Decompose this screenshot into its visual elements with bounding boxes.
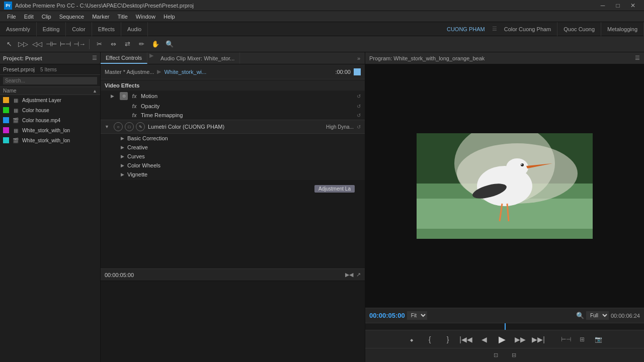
step-forward-button[interactable]: ▶▶ [513, 332, 527, 346]
menu-edit[interactable]: Edit [20, 13, 38, 21]
ec-effect-opacity[interactable]: fx Opacity ↺ [101, 102, 365, 111]
tab-audio-mixer[interactable]: Audio Clip Mixer: White_stor... [155, 52, 240, 64]
ec-curves[interactable]: ▶ Curves [101, 152, 365, 161]
go-to-in-button[interactable]: |◀◀ [459, 332, 473, 346]
pen-tool[interactable]: ✏ [135, 38, 147, 50]
slide-tool[interactable]: ⇄ [121, 38, 133, 50]
lumetri-square-icon[interactable]: □ [125, 122, 134, 131]
ws-color-cuong[interactable]: Color Cuong Pham [498, 22, 558, 36]
safe-margins-button[interactable]: ⊡ [489, 349, 502, 362]
vignette-label: Vignette [127, 171, 147, 177]
program-fit-select[interactable]: Fit [407, 311, 427, 320]
curves-label: Curves [127, 153, 145, 159]
lumetri-reset-icon[interactable]: ↺ [357, 124, 361, 130]
ec-color-wheels[interactable]: ▶ Color Wheels [101, 161, 365, 170]
ec-effect-timeremapping[interactable]: fx Time Remapping ↺ [101, 111, 365, 120]
ec-basic-correction[interactable]: ▶ Basic Correction [101, 134, 365, 143]
set-in-button[interactable]: { [423, 332, 437, 346]
proj-name-2: Color house [22, 108, 97, 113]
ws-assembly[interactable]: Assembly [0, 22, 37, 36]
titlebar: Pr Adobe Premiere Pro CC - C:\Users\APAE… [0, 0, 644, 11]
project-item-adjustment[interactable]: ▦ Adjustment Layer [0, 95, 100, 105]
project-item-colorhousemp4[interactable]: 🎬 Color house.mp4 [0, 115, 100, 125]
curves-expand[interactable]: ▶ [121, 154, 124, 159]
menu-file[interactable]: File [3, 13, 20, 21]
compare-button[interactable]: ⊟ [507, 349, 520, 362]
ws-user-menu-icon[interactable]: ☰ [491, 26, 498, 32]
menu-clip[interactable]: Clip [38, 13, 55, 21]
ws-quoc[interactable]: Quoc Cuong [557, 22, 601, 36]
ec-effect-motion[interactable]: ▶ ⚙ fx Motion ↺ [101, 90, 365, 102]
expand-motion-icon[interactable]: ▶ [111, 94, 117, 99]
color-wheels-expand[interactable]: ▶ [121, 163, 124, 168]
ec-opacity-reset-icon[interactable]: ↺ [357, 104, 361, 109]
ws-user-cuong[interactable]: CUONG PHAM [441, 26, 491, 32]
set-out-button[interactable]: } [441, 332, 455, 346]
project-item-stork1[interactable]: ▦ White_stork_with_lon [0, 125, 100, 135]
ws-color[interactable]: Color [66, 22, 92, 36]
ec-bottom-timecode: 00:00:05:00 [105, 272, 134, 278]
razor-tool[interactable]: ✂ [93, 38, 105, 50]
sort-icon[interactable]: ▲ [93, 88, 97, 94]
overwrite-button[interactable]: ⊞ [576, 333, 589, 346]
track-select-backward[interactable]: ◁◁ [31, 38, 43, 50]
lumetri-brush-icon[interactable]: ✎ [136, 122, 145, 131]
ec-timeremapping-reset-icon[interactable]: ↺ [357, 113, 361, 118]
maximize-button[interactable]: □ [611, 0, 625, 11]
go-to-out-button[interactable]: ▶▶| [531, 332, 545, 346]
ec-bottom-export-icon[interactable]: ↗ [356, 272, 361, 278]
basic-correction-expand[interactable]: ▶ [121, 136, 124, 141]
menu-marker[interactable]: Marker [88, 13, 113, 21]
ec-lumetri-header[interactable]: ▼ ○ □ ✎ Lumetri Color (CUONG PHAM) High … [101, 120, 365, 134]
basic-correction-label: Basic Correction [127, 135, 168, 141]
vignette-expand[interactable]: ▶ [121, 172, 124, 177]
proj-icon-1: ▦ [12, 97, 19, 104]
program-zoom-icon[interactable]: 🔍 [576, 312, 584, 319]
program-full-select[interactable]: Full [586, 311, 609, 320]
lumetri-circle-icon[interactable]: ○ [114, 122, 123, 131]
ec-bottom-play-icon[interactable]: ▶◀ [345, 272, 353, 278]
ripple-edit[interactable]: ⊣⊢ [45, 38, 57, 50]
ec-creative[interactable]: ▶ Creative [101, 143, 365, 152]
menu-title[interactable]: Title [113, 13, 131, 21]
minimize-button[interactable]: ─ [596, 0, 610, 11]
program-monitor-panel: Program: White_stork_with_long_orange_be… [365, 52, 644, 362]
zoom-tool[interactable]: 🔍 [164, 38, 176, 50]
program-controls-bar: 00:00:05:00 Fit 🔍 Full 00:00:06:24 [365, 308, 644, 323]
ws-editing[interactable]: Editing [37, 22, 66, 36]
program-scrubber[interactable] [365, 323, 644, 330]
ec-motion-reset-icon[interactable]: ↺ [357, 94, 361, 99]
project-item-stork2[interactable]: 🎬 White_stork_with_lon [0, 135, 100, 145]
menu-sequence[interactable]: Sequence [55, 13, 89, 21]
expand-lumetri-icon[interactable]: ▼ [105, 124, 111, 129]
marker-in-button[interactable]: ⬥ [405, 332, 419, 346]
window-controls[interactable]: ─ □ ✕ [596, 0, 640, 11]
track-select-forward[interactable]: ▷▷ [17, 38, 29, 50]
play-button[interactable]: ▶ [495, 332, 509, 346]
slip-tool[interactable]: ⇔ [107, 38, 119, 50]
project-item-colorhouse[interactable]: ▦ Color house [0, 105, 100, 115]
program-title: Program: White_stork_with_long_orange_be… [369, 55, 485, 61]
creative-expand[interactable]: ▶ [121, 145, 124, 150]
ws-meta[interactable]: Metalogging [601, 22, 644, 36]
export-frame-button[interactable]: 📷 [592, 333, 605, 346]
tab-effect-controls[interactable]: Effect Controls [101, 52, 147, 64]
insert-button[interactable]: ⊢⊣ [559, 333, 573, 346]
rolling-edit[interactable]: ⊢⊣ [59, 38, 71, 50]
select-tool[interactable]: ↖ [3, 38, 15, 50]
menu-help[interactable]: Help [159, 13, 179, 21]
program-menu-icon[interactable]: ☰ [635, 55, 640, 61]
ws-effects[interactable]: Effects [92, 22, 121, 36]
project-menu-icon[interactable]: ☰ [92, 55, 97, 61]
ws-audio[interactable]: Audio [121, 22, 148, 36]
color-wheels-label: Color Wheels [127, 162, 160, 168]
project-search-input[interactable] [3, 77, 97, 84]
close-button[interactable]: ✕ [626, 0, 640, 11]
hand-tool[interactable]: ✋ [149, 38, 162, 50]
ec-expand-icon[interactable]: » [353, 52, 365, 64]
menu-window[interactable]: Window [132, 13, 159, 21]
rate-stretch[interactable]: ⊣→ [73, 38, 86, 50]
ec-vignette[interactable]: ▶ Vignette [101, 170, 365, 179]
step-back-button[interactable]: ◀ [477, 332, 491, 346]
program-timecode: 00:00:05:00 [369, 312, 405, 319]
